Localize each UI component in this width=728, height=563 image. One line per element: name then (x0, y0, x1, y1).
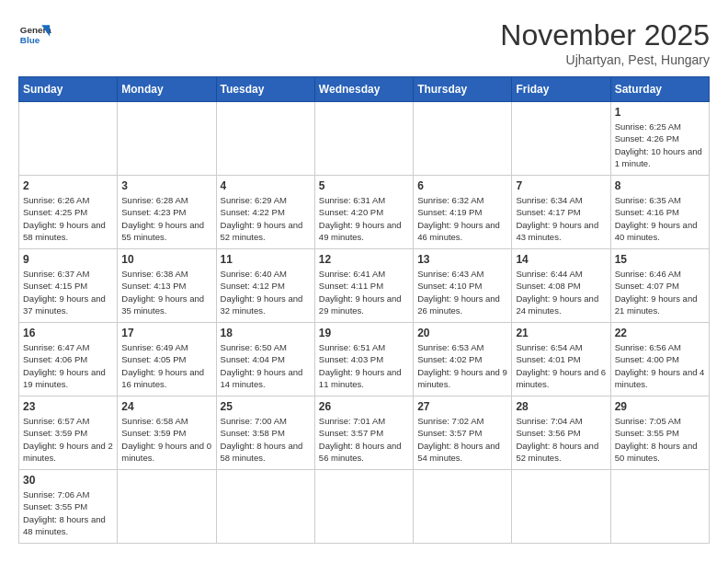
weekday-header-saturday: Saturday (610, 77, 709, 102)
day-info: Sunrise: 6:51 AM Sunset: 4:03 PM Dayligh… (319, 341, 409, 390)
day-info: Sunrise: 6:25 AM Sunset: 4:26 PM Dayligh… (615, 121, 705, 169)
calendar-week-5: 23Sunrise: 6:57 AM Sunset: 3:59 PM Dayli… (19, 396, 710, 470)
day-number: 29 (615, 400, 705, 413)
weekday-header-monday: Monday (118, 77, 216, 102)
day-number: 30 (23, 474, 113, 487)
day-number: 4 (221, 179, 311, 192)
weekday-header-sunday: Sunday (19, 77, 118, 102)
day-info: Sunrise: 6:29 AM Sunset: 4:22 PM Dayligh… (221, 194, 311, 243)
calendar-cell (118, 470, 216, 544)
day-info: Sunrise: 6:40 AM Sunset: 4:12 PM Dayligh… (221, 268, 311, 316)
calendar-cell: 26Sunrise: 7:01 AM Sunset: 3:57 PM Dayli… (314, 396, 413, 470)
svg-text:Blue: Blue (20, 35, 40, 45)
day-info: Sunrise: 7:00 AM Sunset: 3:58 PM Dayligh… (221, 415, 311, 464)
calendar-cell: 2Sunrise: 6:26 AM Sunset: 4:25 PM Daylig… (19, 176, 118, 249)
calendar-cell: 10Sunrise: 6:38 AM Sunset: 4:13 PM Dayli… (118, 249, 216, 323)
day-number: 13 (417, 253, 507, 266)
calendar-cell: 3Sunrise: 6:28 AM Sunset: 4:23 PM Daylig… (118, 176, 216, 249)
day-number: 3 (121, 179, 211, 192)
day-number: 28 (516, 400, 606, 413)
day-info: Sunrise: 6:50 AM Sunset: 4:04 PM Dayligh… (221, 341, 311, 390)
day-info: Sunrise: 6:35 AM Sunset: 4:16 PM Dayligh… (615, 194, 705, 243)
day-number: 8 (615, 179, 705, 192)
calendar-week-6: 30Sunrise: 7:06 AM Sunset: 3:55 PM Dayli… (19, 470, 710, 544)
calendar-cell: 29Sunrise: 7:05 AM Sunset: 3:55 PM Dayli… (610, 396, 709, 470)
calendar-cell: 8Sunrise: 6:35 AM Sunset: 4:16 PM Daylig… (610, 176, 709, 249)
weekday-header-friday: Friday (512, 77, 610, 102)
day-info: Sunrise: 6:32 AM Sunset: 4:19 PM Dayligh… (417, 194, 507, 243)
weekday-header-row: SundayMondayTuesdayWednesdayThursdayFrid… (19, 77, 710, 102)
day-number: 25 (221, 400, 311, 413)
day-number: 21 (516, 327, 606, 339)
calendar-cell: 15Sunrise: 6:46 AM Sunset: 4:07 PM Dayli… (610, 249, 709, 323)
calendar-cell: 17Sunrise: 6:49 AM Sunset: 4:05 PM Dayli… (118, 323, 216, 396)
calendar-cell (314, 102, 413, 176)
calendar-cell: 25Sunrise: 7:00 AM Sunset: 3:58 PM Dayli… (216, 396, 314, 470)
calendar-week-4: 16Sunrise: 6:47 AM Sunset: 4:06 PM Dayli… (19, 323, 710, 396)
weekday-header-wednesday: Wednesday (314, 77, 413, 102)
calendar-cell: 27Sunrise: 7:02 AM Sunset: 3:57 PM Dayli… (414, 396, 512, 470)
weekday-header-thursday: Thursday (414, 77, 512, 102)
calendar-cell: 30Sunrise: 7:06 AM Sunset: 3:55 PM Dayli… (19, 470, 118, 544)
day-info: Sunrise: 7:06 AM Sunset: 3:55 PM Dayligh… (23, 488, 113, 537)
day-number: 5 (319, 179, 409, 192)
day-number: 14 (516, 253, 606, 266)
day-number: 18 (221, 327, 311, 339)
calendar-cell: 4Sunrise: 6:29 AM Sunset: 4:22 PM Daylig… (216, 176, 314, 249)
calendar-cell (19, 102, 118, 176)
day-number: 10 (121, 253, 211, 266)
calendar-cell (512, 102, 610, 176)
day-info: Sunrise: 6:37 AM Sunset: 4:15 PM Dayligh… (23, 268, 113, 316)
calendar-cell (118, 102, 216, 176)
day-number: 9 (23, 253, 113, 266)
day-number: 23 (23, 400, 113, 413)
logo: General Blue (18, 18, 51, 52)
day-info: Sunrise: 7:05 AM Sunset: 3:55 PM Dayligh… (615, 415, 705, 464)
calendar-cell (610, 470, 709, 544)
calendar-cell: 21Sunrise: 6:54 AM Sunset: 4:01 PM Dayli… (512, 323, 610, 396)
weekday-header-tuesday: Tuesday (216, 77, 314, 102)
calendar-table: SundayMondayTuesdayWednesdayThursdayFrid… (18, 76, 710, 544)
calendar-cell: 19Sunrise: 6:51 AM Sunset: 4:03 PM Dayli… (314, 323, 413, 396)
title-area: November 2025 Ujhartyan, Pest, Hungary (500, 18, 710, 67)
day-number: 15 (615, 253, 705, 266)
day-info: Sunrise: 6:57 AM Sunset: 3:59 PM Dayligh… (23, 415, 113, 464)
calendar-cell: 13Sunrise: 6:43 AM Sunset: 4:10 PM Dayli… (414, 249, 512, 323)
calendar-cell (414, 102, 512, 176)
calendar-week-2: 2Sunrise: 6:26 AM Sunset: 4:25 PM Daylig… (19, 176, 710, 249)
calendar-cell: 1Sunrise: 6:25 AM Sunset: 4:26 PM Daylig… (610, 102, 709, 176)
calendar-cell: 16Sunrise: 6:47 AM Sunset: 4:06 PM Dayli… (19, 323, 118, 396)
day-info: Sunrise: 6:49 AM Sunset: 4:05 PM Dayligh… (121, 341, 211, 390)
calendar-cell (414, 470, 512, 544)
day-info: Sunrise: 6:41 AM Sunset: 4:11 PM Dayligh… (319, 268, 409, 316)
day-number: 20 (417, 327, 507, 339)
day-info: Sunrise: 6:54 AM Sunset: 4:01 PM Dayligh… (516, 341, 606, 390)
day-number: 17 (121, 327, 211, 339)
day-info: Sunrise: 7:04 AM Sunset: 3:56 PM Dayligh… (516, 415, 606, 464)
day-info: Sunrise: 7:02 AM Sunset: 3:57 PM Dayligh… (417, 415, 507, 464)
day-number: 2 (23, 179, 113, 192)
day-info: Sunrise: 6:53 AM Sunset: 4:02 PM Dayligh… (417, 341, 507, 390)
day-number: 1 (615, 106, 705, 119)
calendar-cell: 20Sunrise: 6:53 AM Sunset: 4:02 PM Dayli… (414, 323, 512, 396)
day-number: 19 (319, 327, 409, 339)
day-info: Sunrise: 6:47 AM Sunset: 4:06 PM Dayligh… (23, 341, 113, 390)
calendar-cell: 11Sunrise: 6:40 AM Sunset: 4:12 PM Dayli… (216, 249, 314, 323)
calendar-cell (314, 470, 413, 544)
day-number: 7 (516, 179, 606, 192)
calendar-cell: 24Sunrise: 6:58 AM Sunset: 3:59 PM Dayli… (118, 396, 216, 470)
calendar-cell: 18Sunrise: 6:50 AM Sunset: 4:04 PM Dayli… (216, 323, 314, 396)
day-number: 27 (417, 400, 507, 413)
day-info: Sunrise: 6:31 AM Sunset: 4:20 PM Dayligh… (319, 194, 409, 243)
calendar-week-3: 9Sunrise: 6:37 AM Sunset: 4:15 PM Daylig… (19, 249, 710, 323)
day-number: 6 (417, 179, 507, 192)
calendar-cell: 6Sunrise: 6:32 AM Sunset: 4:19 PM Daylig… (414, 176, 512, 249)
day-number: 24 (121, 400, 211, 413)
calendar-cell: 7Sunrise: 6:34 AM Sunset: 4:17 PM Daylig… (512, 176, 610, 249)
day-info: Sunrise: 6:58 AM Sunset: 3:59 PM Dayligh… (121, 415, 211, 464)
calendar-subtitle: Ujhartyan, Pest, Hungary (500, 52, 710, 67)
calendar-cell: 9Sunrise: 6:37 AM Sunset: 4:15 PM Daylig… (19, 249, 118, 323)
calendar-cell: 28Sunrise: 7:04 AM Sunset: 3:56 PM Dayli… (512, 396, 610, 470)
page-header: General Blue November 2025 Ujhartyan, Pe… (18, 18, 710, 67)
day-info: Sunrise: 6:26 AM Sunset: 4:25 PM Dayligh… (23, 194, 113, 243)
